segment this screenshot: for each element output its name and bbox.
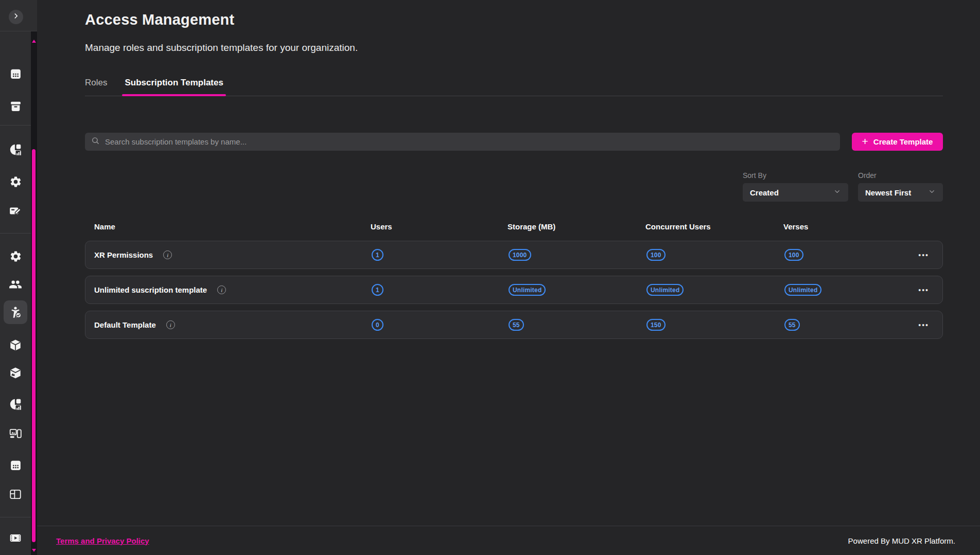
create-template-button[interactable]: + Create Template [852,133,943,151]
cube-icon [9,338,22,352]
tab-subscription-templates[interactable]: Subscription Templates [125,78,223,96]
info-icon[interactable]: i [166,320,175,329]
template-name: Default Template [94,320,156,329]
sort-by-group: Sort By Created [743,171,848,202]
sidebar-item-environments[interactable] [9,367,22,379]
calendar-grid-icon [9,459,22,472]
filters: Sort By Created Order Newest First [85,171,943,202]
verses-badge: 100 [784,249,803,261]
sidebar-header [0,0,37,31]
sidebar-rail: ? [0,31,31,555]
photo-cube-icon [9,366,22,380]
table-row: Default Template i 0 55 150 55 ••• [85,311,943,339]
order-label: Order [858,171,943,180]
powered-by-text: Powered By MUD XR Platform. [848,536,955,545]
row-actions-menu-icon[interactable]: ••• [918,252,929,259]
sidebar-item-assets[interactable] [9,339,22,351]
toolbar: + Create Template [85,133,943,151]
layout-panels-icon [9,488,22,501]
verses-badge: Unlimited [784,284,821,296]
scrollbar-thumb[interactable] [32,149,36,542]
column-header-storage: Storage (MB) [499,222,637,231]
sidebar-expand-button[interactable] [9,10,23,24]
sidebar-item-org-settings[interactable] [9,250,22,262]
storage-badge: 1000 [509,249,531,261]
templates-table: Name Users Storage (MB) Concurrent Users… [85,219,943,339]
chevron-right-icon [12,12,20,22]
table-row: XR Permissions i 1 1000 100 100 ••• [85,241,943,269]
sidebar-item-media[interactable] [9,427,22,440]
person-check-icon [9,306,22,319]
template-name: XR Permissions [94,250,153,259]
sort-by-value: Created [750,188,779,197]
sidebar-item-schedule[interactable] [9,67,22,80]
chevron-down-icon [833,188,841,198]
gear-icon [9,175,22,188]
create-template-label: Create Template [873,137,933,146]
tab-bar: Roles Subscription Templates [85,78,943,96]
sidebar-divider [0,517,31,517]
tab-roles[interactable]: Roles [85,78,107,96]
sidebar-item-reports[interactable] [9,398,22,410]
sidebar-divider [0,125,31,126]
info-icon[interactable]: i [217,285,226,294]
users-icon [9,278,22,291]
sidebar-item-access-management[interactable] [9,306,22,318]
sidebar-item-layouts[interactable] [9,488,22,500]
scroll-down-arrow-icon[interactable] [32,549,36,552]
order-select[interactable]: Newest First [858,183,943,202]
pie-chart-stats-icon [9,143,22,156]
sidebar-item-tutorials[interactable] [9,532,22,544]
search-icon [91,136,100,147]
users-badge: 0 [372,319,383,331]
media-gallery-icon [9,427,22,440]
sort-by-select[interactable]: Created [743,183,848,202]
calendar-grid-icon [9,67,22,80]
page-title: Access Management [85,11,943,28]
concurrent-users-badge: 150 [646,319,666,331]
sidebar-item-users[interactable] [9,278,22,291]
row-actions-menu-icon[interactable]: ••• [918,287,929,294]
footer: Terms and Privacy Policy Powered By MUD … [37,526,980,555]
users-badge: 1 [372,284,383,296]
table-row: Unlimited suscription template i 1 Unlim… [85,276,943,304]
film-icon [9,531,22,545]
sidebar: ? [0,0,37,555]
sidebar-item-subscription-card[interactable] [9,205,22,217]
gear-icon [9,250,22,263]
plus-icon: + [862,136,868,147]
verses-badge: 55 [784,319,800,331]
search-box [85,133,840,151]
concurrent-users-badge: Unlimited [646,284,684,296]
storage-badge: Unlimited [509,284,546,296]
column-header-concurrent-users: Concurrent Users [637,222,775,231]
concurrent-users-badge: 100 [646,249,666,261]
sidebar-item-analytics[interactable] [9,144,22,156]
terms-privacy-link[interactable]: Terms and Privacy Policy [56,536,149,545]
search-input[interactable] [105,137,834,146]
sidebar-item-settings[interactable] [9,175,22,188]
users-badge: 1 [372,249,383,261]
pie-chart-stats-icon [9,398,22,411]
column-header-verses: Verses [775,222,878,231]
order-group: Order Newest First [858,171,943,202]
chevron-down-icon [928,188,936,198]
sort-by-label: Sort By [743,171,848,180]
info-icon[interactable]: i [163,250,172,259]
table-header-row: Name Users Storage (MB) Concurrent Users… [85,219,943,234]
sidebar-scrollbar [31,31,37,555]
template-name: Unlimited suscription template [94,285,207,294]
scroll-up-arrow-icon[interactable] [32,40,36,43]
sidebar-divider [0,233,31,234]
sidebar-item-events[interactable] [9,459,22,471]
row-actions-menu-icon[interactable]: ••• [918,321,929,329]
column-header-users: Users [362,222,499,231]
page-subtitle: Manage roles and subscription templates … [85,42,943,53]
sidebar-item-archive[interactable] [9,100,22,112]
order-value: Newest First [865,188,911,197]
storage-badge: 55 [509,319,524,331]
card-edit-icon [9,204,22,218]
main-content: Access Management Manage roles and subsc… [37,0,980,555]
archive-box-icon [9,100,22,113]
column-header-name: Name [85,222,362,231]
